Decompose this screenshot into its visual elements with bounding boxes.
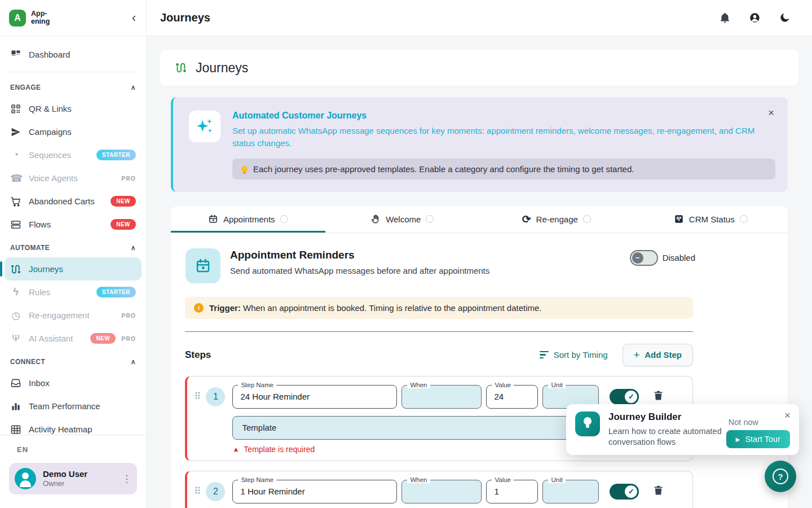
more-vertical-icon[interactable]: ⋮ xyxy=(122,473,131,485)
delete-step-button[interactable] xyxy=(652,484,664,498)
category-enable-toggle[interactable]: − xyxy=(630,250,658,266)
pro-tag: PRO xyxy=(121,175,136,182)
start-tour-button[interactable]: ▶ Start Tour xyxy=(726,430,790,448)
step-enable-toggle[interactable]: ✓ xyxy=(610,389,639,405)
start-tour-label: Start Tour xyxy=(745,435,780,444)
sidebar-item-abandoned-carts[interactable]: Abandoned Carts NEW xyxy=(5,190,142,213)
journeys-panel: Appointments Welcome ⟳ Re-engage xyxy=(171,206,788,508)
sidebar-item-re-engagement[interactable]: ◷ Re-engagement PRO xyxy=(5,304,142,327)
tour-title: Journey Builder xyxy=(608,411,731,423)
sidebar-item-label: AI Assistant xyxy=(29,334,73,343)
close-icon[interactable]: × xyxy=(768,107,774,118)
field-label: When xyxy=(407,382,430,389)
step-name-input[interactable] xyxy=(240,487,389,496)
value-field[interactable]: Value xyxy=(486,480,538,503)
tab-crm-status[interactable]: CRM Status xyxy=(634,206,788,233)
sidebar-item-qr-links[interactable]: QR & Links xyxy=(5,97,142,120)
topbar-title: Journeys xyxy=(160,11,210,24)
bolt-icon: ϟ xyxy=(10,286,21,298)
sidebar-footer: EN Demo User Owner ⋮ xyxy=(0,435,146,508)
language-selector[interactable]: EN xyxy=(17,445,137,454)
section-body: i Trigger: When an appointment is booked… xyxy=(171,283,693,508)
help-button[interactable]: ? xyxy=(765,461,796,492)
sidebar-item-campaigns[interactable]: Campaigns xyxy=(5,120,142,143)
step-main: Step Name When Value xyxy=(232,480,683,508)
sidebar-item-flows[interactable]: Flows NEW xyxy=(5,213,142,236)
section-label: ENGAGE xyxy=(10,84,41,91)
add-step-label: Add Step xyxy=(645,350,682,360)
sort-by-timing-button[interactable]: Sort by Timing xyxy=(540,350,608,360)
sidebar-item-rules[interactable]: ϟ Rules STARTER xyxy=(5,281,142,304)
bar-chart-icon xyxy=(10,401,21,412)
lightbulb-icon xyxy=(241,166,248,172)
page-title: Journeys xyxy=(196,60,248,76)
new-badge: NEW xyxy=(90,333,116,344)
close-icon[interactable]: × xyxy=(784,409,791,422)
sidebar-item-label: Abandoned Carts xyxy=(29,196,95,206)
when-field[interactable]: When xyxy=(401,385,482,409)
drag-handle-icon[interactable]: ⠿ xyxy=(194,487,200,496)
check-icon: ✓ xyxy=(625,485,637,498)
sidebar-item-label: Inbox xyxy=(29,378,50,388)
value-field[interactable]: Value xyxy=(486,385,538,409)
section-header-connect[interactable]: CONNECT ∧ xyxy=(5,352,142,371)
account-icon[interactable] xyxy=(749,12,761,24)
section-header-automate[interactable]: AUTOMATE ∧ xyxy=(5,238,142,257)
step-enable-toggle[interactable]: ✓ xyxy=(610,484,639,500)
sidebar-item-dashboard[interactable]: Dashboard xyxy=(5,43,142,66)
add-step-button[interactable]: + Add Step xyxy=(623,344,693,366)
heatmap-table-icon xyxy=(10,424,21,435)
sidebar-item-voice-agents[interactable]: ☎ Voice Agents PRO xyxy=(5,167,142,190)
lightbulb-icon xyxy=(575,411,600,436)
step-name-input[interactable] xyxy=(240,392,389,401)
sidebar-item-journeys[interactable]: Journeys xyxy=(5,257,142,281)
drag-handle-icon[interactable]: ⠿ xyxy=(194,392,200,401)
when-field[interactable]: When xyxy=(401,480,482,503)
sidebar-item-team-performance[interactable]: Team Performance xyxy=(5,395,142,418)
when-input[interactable] xyxy=(409,487,474,496)
chevron-up-icon: ∧ xyxy=(131,84,136,91)
step-number: 2 xyxy=(206,482,225,501)
chevron-up-icon: ∧ xyxy=(131,244,136,252)
template-select[interactable]: Template xyxy=(232,416,599,440)
category-text: Appointment Reminders Send automated Wha… xyxy=(230,248,489,275)
unit-field[interactable]: Unit xyxy=(542,480,599,503)
tab-status-circle xyxy=(583,215,591,223)
step-name-field[interactable]: Step Name xyxy=(232,385,397,409)
step-left: ⠿ 1 xyxy=(194,385,225,409)
sidebar-item-label: Team Performance xyxy=(29,401,100,411)
qr-code-icon xyxy=(10,103,21,115)
sidebar-item-label: Activity Heatmap xyxy=(29,424,92,434)
unit-input[interactable] xyxy=(550,487,591,496)
user-role: Owner xyxy=(43,479,87,488)
tab-appointments[interactable]: Appointments xyxy=(171,206,325,233)
sidebar-header: A App-ening ‹ xyxy=(0,0,146,36)
value-input[interactable] xyxy=(494,392,530,401)
plus-icon: + xyxy=(634,350,640,360)
tab-welcome[interactable]: Welcome xyxy=(325,206,480,233)
sidebar-item-ai-assistant[interactable]: Ψ AI Assistant NEW PRO xyxy=(5,327,142,350)
step-name-field[interactable]: Step Name xyxy=(232,480,397,503)
sidebar-item-activity-heatmap[interactable]: Activity Heatmap xyxy=(5,418,142,435)
unit-input[interactable] xyxy=(550,392,591,401)
when-input[interactable] xyxy=(409,392,474,401)
new-badge: NEW xyxy=(111,196,136,207)
dark-mode-moon-icon[interactable] xyxy=(779,12,791,24)
not-now-button[interactable]: Not now xyxy=(729,418,758,427)
user-card[interactable]: Demo User Owner ⋮ xyxy=(9,463,137,494)
waving-hand-icon xyxy=(370,214,381,224)
topbar: Journeys xyxy=(147,0,812,36)
tab-re-engage[interactable]: ⟳ Re-engage xyxy=(479,206,634,233)
sidebar-item-inbox[interactable]: Inbox xyxy=(5,371,142,395)
delete-step-button[interactable] xyxy=(652,389,664,404)
refresh-icon: ⟳ xyxy=(522,214,531,225)
phone-icon: ☎ xyxy=(10,172,21,185)
sidebar-collapse-icon[interactable]: ‹ xyxy=(132,12,136,24)
page-title-card: Journeys xyxy=(160,50,799,86)
sidebar-item-sequences[interactable]: ◔ Sequences STARTER xyxy=(5,143,142,167)
notifications-bell-icon[interactable] xyxy=(719,12,731,24)
section-header-engage[interactable]: ENGAGE ∧ xyxy=(5,78,142,97)
sidebar-item-label: QR & Links xyxy=(29,104,72,113)
field-label: Step Name xyxy=(238,476,276,484)
value-input[interactable] xyxy=(494,487,530,496)
